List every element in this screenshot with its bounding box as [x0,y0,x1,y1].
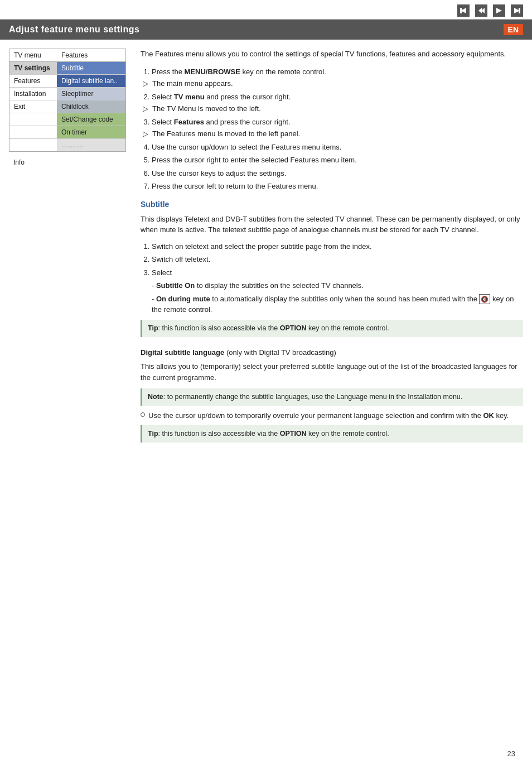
bold-text: OPTION [280,430,307,438]
menu-col2: Sleeptimer [57,88,125,100]
skip-back-icon[interactable] [457,4,470,17]
sub-step: ▷ The Features menu is moved to the left… [143,128,523,140]
svg-marker-4 [496,8,502,13]
subtitle-tip-box: Tip: this function is also accessible vi… [141,320,523,337]
menu-col2: On timer [57,126,125,139]
svg-marker-0 [461,8,466,13]
list-item: Press the MENU/BROWSE key on the remote … [152,66,523,89]
subtitle-sub-list: Switch on teletext and select the proper… [152,241,523,315]
digital-tip-box: Tip: this function is also accessible vi… [141,425,523,443]
menu-table: TV menu Features TV settings Subtitle Fe… [9,49,126,152]
rewind-icon[interactable] [475,4,487,17]
menu-col2: ............ [57,139,125,152]
digital-bullet-row: Use the cursor up/down to temporarily ov… [141,410,523,421]
digital-section-title-line: Digital subtitle language (only with Dig… [141,347,523,358]
bold-text: Tip [148,324,158,332]
menu-info: Info [9,156,132,169]
bold-text: TV menu [174,93,205,101]
menu-col1: TV settings [9,62,57,75]
list-item: Press the cursor left to return to the F… [152,181,523,192]
page-title: Adjust feature menu settings [9,25,139,35]
menu-col1 [9,113,57,126]
bold-text: On during mute [156,295,210,303]
digital-bullet-text: Use the cursor up/down to temporarily ov… [148,410,509,421]
svg-marker-5 [514,8,520,13]
menu-row[interactable]: On timer [9,126,125,139]
list-item: Select - Subtitle On to display the subt… [152,267,523,315]
lang-badge: EN [504,24,523,35]
select-option-1: - Subtitle On to display the subtitles o… [152,280,523,291]
menu-col2: Digital subtitle lan.. [57,75,125,88]
list-item: Use the cursor up/down to select the Fea… [152,142,523,153]
list-item: Select Features and press the cursor rig… [152,117,523,140]
subtitle-section-title: Subtitle [141,199,523,210]
menu-col2: Subtitle [57,62,125,75]
tip-text: Tip: this function is also accessible vi… [148,324,389,332]
select-option-2: - On during mute to automatically displa… [152,294,523,315]
list-item: Switch off teletext. [152,254,523,265]
list-item: Select TV menu and press the cursor righ… [152,92,523,114]
menu-col2: Set/Change code [57,113,125,126]
menu-row[interactable]: TV settings Subtitle [9,62,125,75]
title-bar: Adjust feature menu settings EN [0,20,532,40]
menu-col1 [9,139,57,152]
digital-section-title: Digital subtitle language [141,348,224,357]
menu-row[interactable]: Set/Change code [9,113,125,126]
main-content: TV menu Features TV settings Subtitle Fe… [0,40,532,456]
bold-text: Tip [148,430,158,438]
bold-text: OPTION [280,324,307,332]
menu-col1 [9,126,57,139]
bold-text: Note [148,393,163,401]
page-number: 23 [507,749,515,758]
menu-col1: Features [9,75,57,88]
right-panel: The Features menu allows you to control … [141,49,523,447]
list-item: Use the cursor keys to adjust the settin… [152,168,523,179]
subtitle-body-text: This displays Teletext and DVB-T subtitl… [141,214,523,235]
bold-text: Features [174,118,204,126]
menu-col2: Childlock [57,100,125,113]
list-item: Switch on teletext and select the proper… [152,241,523,252]
mute-icon: 🔇 [479,294,490,305]
tip-text-2: Tip: this function is also accessible vi… [148,430,389,438]
menu-row[interactable]: Exit Childlock [9,100,125,113]
bold-text: OK [483,411,494,420]
menu-row[interactable]: Features Digital subtitle lan.. [9,75,125,88]
col1-header: TV menu [9,49,57,62]
intro-text: The Features menu allows you to control … [141,49,523,60]
bold-text: MENU/BROWSE [185,68,240,76]
sub-step: ▷ The main menu appears. [143,78,523,89]
nav-icons [457,4,523,17]
list-item: Press the cursor right to enter the sele… [152,155,523,166]
menu-col1: Exit [9,100,57,113]
play-icon[interactable] [493,4,505,17]
digital-note-box: Note: to permanently change the subtitle… [141,388,523,406]
circle-bullet-icon [141,412,145,417]
info-label: Info [13,158,25,166]
note-text: Note: to permanently change the subtitle… [148,393,462,401]
menu-row[interactable]: ............ [9,139,125,152]
col2-header: Features [57,49,125,62]
bold-text: Subtitle On [156,281,195,290]
menu-row[interactable]: Installation Sleeptimer [9,88,125,100]
steps-list: Press the MENU/BROWSE key on the remote … [152,66,523,192]
svg-rect-1 [460,8,461,13]
svg-rect-6 [519,8,520,13]
digital-body-text: This allows you to (temporarily) select … [141,361,523,383]
subtitle-section-body: This displays Teletext and DVB-T subtitl… [141,214,523,235]
digital-section-body: This allows you to (temporarily) select … [141,361,523,383]
sub-step: ▷ The TV Menu is moved to the left. [143,103,523,114]
left-panel: TV menu Features TV settings Subtitle Fe… [9,49,132,447]
menu-col1: Installation [9,88,57,100]
digital-section-suffix: (only with Digital TV broadcasting) [226,348,336,357]
select-options: - Subtitle On to display the subtitles o… [152,280,523,315]
nav-bar [0,0,532,20]
skip-forward-icon[interactable] [511,4,523,17]
